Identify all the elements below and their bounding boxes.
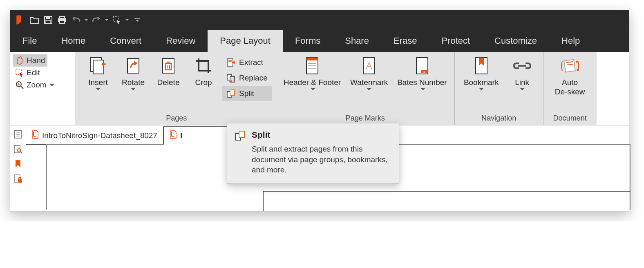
menu-file[interactable]: File — [10, 30, 49, 52]
menu-customize[interactable]: Customize — [482, 30, 549, 52]
bookmark-icon — [471, 55, 492, 76]
deskew-label-2: De-skew — [555, 87, 585, 97]
rotate-dropdown-icon — [131, 88, 135, 90]
menu-protect[interactable]: Protect — [429, 30, 482, 52]
delete-button[interactable]: Delete — [152, 54, 185, 88]
redo-icon[interactable] — [91, 15, 102, 25]
ribbon-group-document: Auto De-skew Document — [543, 52, 597, 125]
ribbon-group-page-marks: Header & Footer A Watermark 1 Bates Numb… — [276, 52, 455, 125]
link-button[interactable]: Link — [505, 54, 539, 91]
tooltip-title: Split — [252, 130, 391, 140]
svg-rect-29 — [306, 58, 318, 60]
header-footer-dropdown-icon — [311, 88, 315, 90]
hand-icon — [15, 56, 24, 65]
bates-dropdown-icon — [421, 88, 425, 90]
ribbon-group-navigation: Bookmark Link Navigation — [455, 52, 543, 125]
open-icon[interactable] — [29, 15, 40, 25]
menu-erase[interactable]: Erase — [381, 30, 429, 52]
svg-line-9 — [21, 86, 23, 89]
rotate-button[interactable]: Rotate — [116, 54, 150, 91]
ribbon-tools-panel: Hand Edit Zoom — [10, 52, 75, 125]
menu-share[interactable]: Share — [333, 30, 381, 52]
select-tool-icon[interactable] — [112, 15, 122, 25]
svg-point-43 — [577, 69, 579, 71]
insert-label: Insert — [88, 78, 108, 87]
bookmark-button[interactable]: Bookmark — [459, 54, 504, 91]
menu-help[interactable]: Help — [549, 30, 592, 52]
save-icon[interactable] — [43, 15, 54, 25]
insert-button[interactable]: Insert — [81, 54, 115, 91]
svg-rect-54 — [239, 131, 244, 138]
crop-icon — [193, 55, 214, 76]
replace-label: Replace — [239, 74, 268, 83]
crop-button[interactable]: Crop — [187, 54, 220, 88]
bates-label: Bates Number — [397, 78, 447, 87]
bookmark-dropdown-icon — [479, 88, 483, 90]
zoom-tool[interactable]: Zoom — [13, 79, 72, 91]
split-tooltip: Split Split and extract pages from this … — [227, 123, 399, 184]
svg-line-50 — [20, 152, 22, 153]
pdf-file-icon — [170, 130, 177, 141]
group-label-navigation: Navigation — [459, 113, 539, 124]
replace-icon — [226, 73, 236, 83]
extract-label: Extract — [239, 58, 263, 67]
watermark-label: Watermark — [350, 78, 388, 87]
ribbon: Hand Edit Zoom — [10, 52, 629, 125]
edit-tool[interactable]: Edit — [13, 67, 72, 79]
svg-point-42 — [576, 61, 578, 63]
select-dropdown-icon[interactable] — [125, 19, 129, 21]
undo-dropdown-icon[interactable] — [85, 19, 88, 21]
app-logo-icon — [14, 15, 23, 25]
menu-page-layout[interactable]: Page Layout — [208, 30, 283, 52]
document-tab-1[interactable]: IntroToNitroSign-Datasheet_8027 — [26, 126, 163, 144]
svg-rect-2 — [46, 20, 51, 24]
svg-rect-52 — [18, 179, 22, 183]
delete-label: Delete — [157, 78, 180, 87]
pdf-file-icon — [31, 130, 39, 141]
svg-point-49 — [18, 149, 21, 152]
header-footer-button[interactable]: Header & Footer — [280, 54, 344, 91]
print-icon[interactable] — [57, 15, 67, 25]
ribbon-group-pages: Insert Rotate Delete — [75, 52, 276, 125]
link-label: Link — [515, 78, 529, 87]
bookmarks-panel-icon[interactable] — [13, 159, 23, 169]
svg-rect-21 — [227, 59, 233, 66]
split-icon — [226, 89, 236, 98]
menu-home[interactable]: Home — [49, 30, 98, 52]
bookmark-label: Bookmark — [464, 78, 499, 87]
quick-access-toolbar — [10, 10, 629, 30]
delete-icon — [158, 55, 179, 76]
qat-more-icon[interactable] — [132, 15, 143, 25]
menu-review[interactable]: Review — [154, 30, 208, 52]
svg-text:1: 1 — [423, 70, 425, 74]
watermark-dropdown-icon — [367, 88, 371, 90]
rotate-icon — [123, 55, 144, 76]
group-label-document: Document — [548, 113, 593, 124]
side-panel — [10, 125, 26, 211]
split-label: Split — [239, 89, 254, 98]
bates-number-button[interactable]: 1 Bates Number — [394, 54, 450, 91]
group-label-page-marks: Page Marks — [280, 113, 450, 124]
svg-rect-5 — [60, 21, 65, 24]
svg-rect-15 — [163, 58, 174, 73]
security-panel-icon[interactable] — [13, 174, 23, 183]
pages-panel-icon[interactable] — [13, 130, 23, 139]
deskew-label-1: Auto — [562, 78, 578, 87]
split-button[interactable]: Split — [222, 86, 272, 101]
replace-button[interactable]: Replace — [222, 71, 272, 85]
undo-icon[interactable] — [71, 15, 81, 25]
document-tab-1-title: IntroToNitroSign-Datasheet_8027 — [42, 131, 157, 140]
search-panel-icon[interactable] — [13, 144, 23, 154]
watermark-button[interactable]: A Watermark — [346, 54, 392, 91]
svg-rect-14 — [127, 58, 139, 73]
menu-forms[interactable]: Forms — [283, 30, 333, 52]
extract-button[interactable]: Extract — [222, 55, 272, 70]
auto-deskew-button[interactable]: Auto De-skew — [548, 54, 593, 98]
zoom-label: Zoom — [27, 80, 47, 89]
app-window: File Home Convert Review Page Layout For… — [10, 10, 629, 212]
bates-icon: 1 — [411, 55, 433, 76]
hand-tool[interactable]: Hand — [13, 54, 47, 67]
redo-dropdown-icon[interactable] — [105, 19, 108, 21]
menu-convert[interactable]: Convert — [98, 30, 154, 52]
extract-icon — [226, 58, 236, 67]
